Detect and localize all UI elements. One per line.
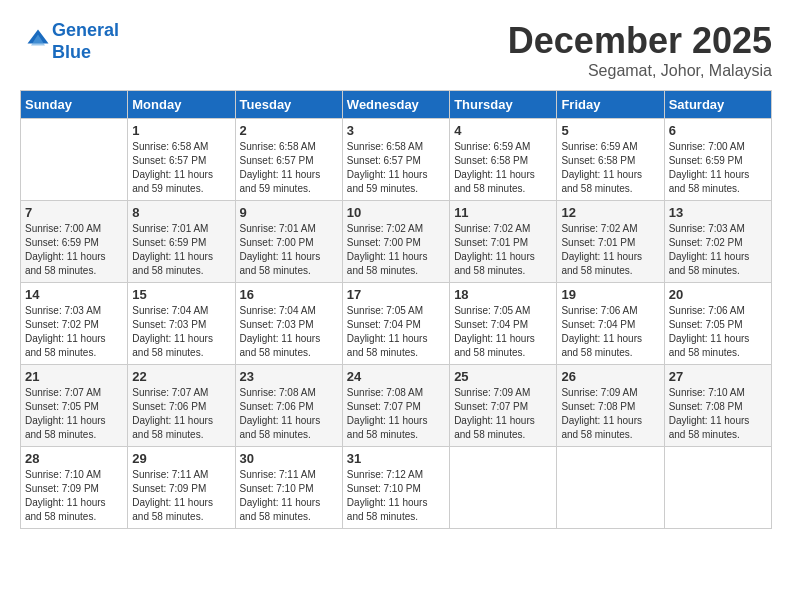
day-cell: 30Sunrise: 7:11 AMSunset: 7:10 PMDayligh…: [235, 447, 342, 529]
day-info: Sunrise: 7:08 AMSunset: 7:07 PMDaylight:…: [347, 386, 445, 442]
day-number: 18: [454, 287, 552, 302]
page-header: General Blue December 2025 Segamat, Joho…: [20, 20, 772, 80]
day-info: Sunrise: 7:09 AMSunset: 7:08 PMDaylight:…: [561, 386, 659, 442]
day-cell: 20Sunrise: 7:06 AMSunset: 7:05 PMDayligh…: [664, 283, 771, 365]
week-row-3: 14Sunrise: 7:03 AMSunset: 7:02 PMDayligh…: [21, 283, 772, 365]
day-info: Sunrise: 6:58 AMSunset: 6:57 PMDaylight:…: [132, 140, 230, 196]
header-row: SundayMondayTuesdayWednesdayThursdayFrid…: [21, 91, 772, 119]
day-number: 7: [25, 205, 123, 220]
header-cell-saturday: Saturday: [664, 91, 771, 119]
day-info: Sunrise: 7:07 AMSunset: 7:05 PMDaylight:…: [25, 386, 123, 442]
header-cell-wednesday: Wednesday: [342, 91, 449, 119]
header-cell-thursday: Thursday: [450, 91, 557, 119]
day-info: Sunrise: 7:04 AMSunset: 7:03 PMDaylight:…: [240, 304, 338, 360]
day-cell: 23Sunrise: 7:08 AMSunset: 7:06 PMDayligh…: [235, 365, 342, 447]
logo-text: General Blue: [52, 20, 119, 63]
day-info: Sunrise: 7:01 AMSunset: 7:00 PMDaylight:…: [240, 222, 338, 278]
day-cell: 11Sunrise: 7:02 AMSunset: 7:01 PMDayligh…: [450, 201, 557, 283]
week-row-1: 1Sunrise: 6:58 AMSunset: 6:57 PMDaylight…: [21, 119, 772, 201]
day-info: Sunrise: 7:12 AMSunset: 7:10 PMDaylight:…: [347, 468, 445, 524]
day-cell: 18Sunrise: 7:05 AMSunset: 7:04 PMDayligh…: [450, 283, 557, 365]
day-info: Sunrise: 7:00 AMSunset: 6:59 PMDaylight:…: [25, 222, 123, 278]
day-cell: [450, 447, 557, 529]
day-number: 3: [347, 123, 445, 138]
day-number: 22: [132, 369, 230, 384]
day-info: Sunrise: 7:01 AMSunset: 6:59 PMDaylight:…: [132, 222, 230, 278]
week-row-4: 21Sunrise: 7:07 AMSunset: 7:05 PMDayligh…: [21, 365, 772, 447]
day-cell: 5Sunrise: 6:59 AMSunset: 6:58 PMDaylight…: [557, 119, 664, 201]
header-cell-friday: Friday: [557, 91, 664, 119]
day-number: 12: [561, 205, 659, 220]
day-number: 4: [454, 123, 552, 138]
day-number: 9: [240, 205, 338, 220]
day-number: 24: [347, 369, 445, 384]
day-number: 13: [669, 205, 767, 220]
day-cell: 6Sunrise: 7:00 AMSunset: 6:59 PMDaylight…: [664, 119, 771, 201]
day-cell: 26Sunrise: 7:09 AMSunset: 7:08 PMDayligh…: [557, 365, 664, 447]
day-info: Sunrise: 7:11 AMSunset: 7:09 PMDaylight:…: [132, 468, 230, 524]
day-info: Sunrise: 7:02 AMSunset: 7:00 PMDaylight:…: [347, 222, 445, 278]
day-info: Sunrise: 7:06 AMSunset: 7:05 PMDaylight:…: [669, 304, 767, 360]
day-cell: 4Sunrise: 6:59 AMSunset: 6:58 PMDaylight…: [450, 119, 557, 201]
day-number: 10: [347, 205, 445, 220]
header-cell-tuesday: Tuesday: [235, 91, 342, 119]
logo-line2: Blue: [52, 42, 91, 62]
day-cell: 9Sunrise: 7:01 AMSunset: 7:00 PMDaylight…: [235, 201, 342, 283]
day-number: 19: [561, 287, 659, 302]
day-info: Sunrise: 7:11 AMSunset: 7:10 PMDaylight:…: [240, 468, 338, 524]
day-cell: 17Sunrise: 7:05 AMSunset: 7:04 PMDayligh…: [342, 283, 449, 365]
day-number: 2: [240, 123, 338, 138]
day-number: 15: [132, 287, 230, 302]
day-cell: [21, 119, 128, 201]
logo-icon: [24, 26, 52, 54]
day-number: 26: [561, 369, 659, 384]
header-cell-monday: Monday: [128, 91, 235, 119]
day-info: Sunrise: 7:05 AMSunset: 7:04 PMDaylight:…: [347, 304, 445, 360]
day-number: 17: [347, 287, 445, 302]
day-info: Sunrise: 6:59 AMSunset: 6:58 PMDaylight:…: [561, 140, 659, 196]
day-cell: 10Sunrise: 7:02 AMSunset: 7:00 PMDayligh…: [342, 201, 449, 283]
day-info: Sunrise: 7:08 AMSunset: 7:06 PMDaylight:…: [240, 386, 338, 442]
day-cell: 2Sunrise: 6:58 AMSunset: 6:57 PMDaylight…: [235, 119, 342, 201]
day-cell: 28Sunrise: 7:10 AMSunset: 7:09 PMDayligh…: [21, 447, 128, 529]
day-info: Sunrise: 6:59 AMSunset: 6:58 PMDaylight:…: [454, 140, 552, 196]
day-info: Sunrise: 7:10 AMSunset: 7:08 PMDaylight:…: [669, 386, 767, 442]
day-cell: [664, 447, 771, 529]
day-number: 11: [454, 205, 552, 220]
day-info: Sunrise: 7:10 AMSunset: 7:09 PMDaylight:…: [25, 468, 123, 524]
day-number: 16: [240, 287, 338, 302]
day-number: 23: [240, 369, 338, 384]
day-cell: 29Sunrise: 7:11 AMSunset: 7:09 PMDayligh…: [128, 447, 235, 529]
logo: General Blue: [20, 20, 119, 63]
day-info: Sunrise: 7:05 AMSunset: 7:04 PMDaylight:…: [454, 304, 552, 360]
week-row-2: 7Sunrise: 7:00 AMSunset: 6:59 PMDaylight…: [21, 201, 772, 283]
day-number: 27: [669, 369, 767, 384]
day-number: 25: [454, 369, 552, 384]
day-cell: 1Sunrise: 6:58 AMSunset: 6:57 PMDaylight…: [128, 119, 235, 201]
day-info: Sunrise: 7:00 AMSunset: 6:59 PMDaylight:…: [669, 140, 767, 196]
day-cell: 24Sunrise: 7:08 AMSunset: 7:07 PMDayligh…: [342, 365, 449, 447]
day-info: Sunrise: 7:04 AMSunset: 7:03 PMDaylight:…: [132, 304, 230, 360]
week-row-5: 28Sunrise: 7:10 AMSunset: 7:09 PMDayligh…: [21, 447, 772, 529]
day-number: 31: [347, 451, 445, 466]
day-cell: 21Sunrise: 7:07 AMSunset: 7:05 PMDayligh…: [21, 365, 128, 447]
day-info: Sunrise: 7:06 AMSunset: 7:04 PMDaylight:…: [561, 304, 659, 360]
day-cell: 25Sunrise: 7:09 AMSunset: 7:07 PMDayligh…: [450, 365, 557, 447]
day-cell: [557, 447, 664, 529]
day-cell: 3Sunrise: 6:58 AMSunset: 6:57 PMDaylight…: [342, 119, 449, 201]
day-info: Sunrise: 7:07 AMSunset: 7:06 PMDaylight:…: [132, 386, 230, 442]
day-cell: 7Sunrise: 7:00 AMSunset: 6:59 PMDaylight…: [21, 201, 128, 283]
day-info: Sunrise: 7:02 AMSunset: 7:01 PMDaylight:…: [561, 222, 659, 278]
day-cell: 31Sunrise: 7:12 AMSunset: 7:10 PMDayligh…: [342, 447, 449, 529]
day-cell: 16Sunrise: 7:04 AMSunset: 7:03 PMDayligh…: [235, 283, 342, 365]
day-info: Sunrise: 7:09 AMSunset: 7:07 PMDaylight:…: [454, 386, 552, 442]
calendar-table: SundayMondayTuesdayWednesdayThursdayFrid…: [20, 90, 772, 529]
day-number: 14: [25, 287, 123, 302]
day-cell: 22Sunrise: 7:07 AMSunset: 7:06 PMDayligh…: [128, 365, 235, 447]
header-cell-sunday: Sunday: [21, 91, 128, 119]
day-number: 5: [561, 123, 659, 138]
day-number: 1: [132, 123, 230, 138]
day-info: Sunrise: 7:03 AMSunset: 7:02 PMDaylight:…: [669, 222, 767, 278]
location: Segamat, Johor, Malaysia: [508, 62, 772, 80]
day-cell: 8Sunrise: 7:01 AMSunset: 6:59 PMDaylight…: [128, 201, 235, 283]
